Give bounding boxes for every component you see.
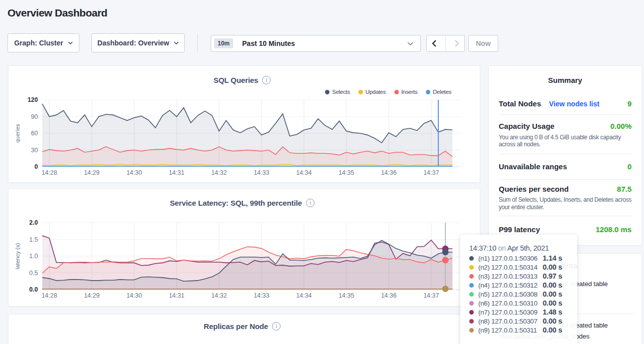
node-latency-value: 0.97 s: [543, 272, 562, 280]
node-address: (n2) 127.0.0.1:50314: [478, 264, 543, 271]
summary-label: Unavailable ranges: [499, 161, 567, 172]
node-address: (n6) 127.0.0.1:50310: [478, 300, 543, 307]
y-tick-label: 1.0: [29, 253, 38, 260]
x-tick-label: 14:32: [211, 292, 227, 299]
node-latency-value: 1.48 s: [543, 308, 562, 316]
x-tick-label: 14:35: [338, 169, 354, 176]
summary-desc: Sum of Selects, Updates, Inserts, and De…: [499, 196, 632, 210]
summary-value: 1208.0 ms: [596, 224, 632, 235]
divider: [499, 179, 632, 180]
summary-value: 0.00%: [610, 121, 632, 132]
y-tick-label: 120: [27, 96, 38, 103]
node-latency-value: 0.00 s: [543, 290, 562, 298]
tooltip-node-row: (n5) 127.0.0.1:503080.00 s: [469, 290, 577, 299]
tooltip-time: 14:37:10: [469, 244, 496, 252]
now-button[interactable]: Now: [468, 35, 498, 52]
node-color-dot: [469, 292, 474, 297]
summary-desc: You are using 0 B of 4.5 GiB usable disk…: [499, 134, 632, 148]
x-tick-label: 14:35: [338, 292, 354, 299]
y-tick-label: 0: [34, 163, 38, 170]
y-tick-label: 60: [31, 130, 38, 137]
tooltip-node-row: (n6) 127.0.0.1:503100.00 s: [469, 299, 577, 308]
node-address: (n1) 127.0.0.1:50306: [478, 255, 543, 262]
chevron-down-icon: [407, 42, 413, 45]
x-tick-label: 14:30: [126, 169, 142, 176]
chart-canvas: 030609012014:2814:2914:3014:3114:3214:33…: [8, 66, 481, 184]
x-tick-label: 14:31: [169, 292, 184, 299]
graph-dropdown[interactable]: Graph: Cluster: [7, 33, 79, 52]
dashboard-dropdown[interactable]: Dashboard: Overview: [91, 33, 185, 52]
node-latency-value: 0.00 s: [543, 326, 562, 334]
y-axis-title: queries: [14, 124, 20, 143]
x-tick-label: 14:34: [296, 292, 312, 299]
time-window-label: Past 10 Minutes: [242, 39, 403, 47]
time-window-badge: 10m: [214, 38, 233, 48]
summary-row-total-nodes: Total Nodes View nodes list 9: [499, 98, 632, 109]
x-tick-label: 14:36: [381, 292, 396, 299]
replicas-chart-card: Replicas per Node i: [8, 314, 480, 344]
chart-canvas: 0.00.51.01.52.014:2814:2914:3014:3114:32…: [8, 189, 481, 307]
tooltip-node-row: (n2) 127.0.0.1:503140.00 s: [469, 263, 577, 272]
x-tick-label: 14:37: [423, 169, 439, 176]
tooltip-on: on: [498, 244, 506, 252]
divider: [499, 154, 632, 154]
y-tick-label: 0.5: [29, 270, 38, 277]
x-tick-label: 14:32: [211, 169, 227, 176]
y-tick-label: 30: [31, 147, 38, 154]
summary-row-capacity: Capacity Usage 0.00%: [499, 121, 632, 132]
y-tick-label: 90: [31, 113, 38, 120]
tooltip-node-row: (n9) 127.0.0.1:503110.00 s: [469, 326, 577, 335]
summary-row-unavailable: Unavailable ranges 0: [499, 161, 632, 172]
tooltip-node-row: (n7) 127.0.0.1:503091.48 s: [469, 308, 577, 317]
summary-label: Total Nodes: [499, 98, 541, 109]
time-window-dropdown[interactable]: 10m Past 10 Minutes: [211, 35, 421, 52]
toolbar-divider: [197, 34, 198, 52]
x-tick-label: 14:29: [84, 292, 99, 299]
tooltip-node-row: (n1) 127.0.0.1:503061.14 s: [469, 254, 577, 263]
step-forward-button[interactable]: [450, 35, 464, 51]
node-address: (n8) 127.0.0.1:50307: [478, 318, 543, 325]
node-latency-value: 1.14 s: [543, 254, 562, 262]
tooltip-date: Apr 5th, 2021: [507, 244, 549, 252]
summary-row-p99: P99 latency 1208.0 ms: [499, 224, 632, 235]
node-address: (n3) 127.0.0.1:50313: [478, 273, 543, 280]
sql-queries-chart-card: SQL Queries i SelectsUpdatesInsertsDelet…: [8, 65, 480, 183]
divider: [499, 114, 632, 115]
x-tick-label: 14:28: [41, 292, 57, 299]
y-tick-label: 0.0: [29, 286, 38, 293]
node-address: (n4) 127.0.0.1:50312: [478, 282, 543, 289]
time-step-buttons: [426, 35, 465, 52]
summary-value: 87.5: [617, 184, 632, 195]
page-title: Overview Dashboard: [7, 7, 107, 19]
tooltip-timestamp: 14:37:10 on Apr 5th, 2021: [469, 243, 577, 253]
node-color-dot: [469, 256, 474, 261]
dashboard-dropdown-label: Dashboard: Overview: [97, 39, 169, 47]
summary-panel: Summary Total Nodes View nodes list 9 Ca…: [488, 65, 642, 246]
x-tick-label: 14:33: [254, 292, 269, 299]
x-tick-label: 14:28: [41, 169, 57, 176]
x-tick-label: 14:29: [84, 169, 99, 176]
chevron-down-icon: [68, 41, 73, 44]
node-color-dot: [469, 310, 474, 315]
x-tick-label: 14:34: [296, 169, 312, 176]
service-latency-chart-card: Service Latency: SQL, 99th percentile i …: [8, 188, 480, 307]
x-tick-label: 14:30: [126, 292, 142, 299]
summary-value: 0: [628, 161, 632, 172]
y-tick-label: 1.5: [29, 236, 38, 243]
hover-point-dot: [442, 286, 449, 292]
graph-dropdown-label: Graph: Cluster: [14, 39, 63, 47]
node-color-dot: [469, 274, 474, 279]
view-nodes-list-link[interactable]: View nodes list: [549, 98, 600, 109]
step-back-button[interactable]: [427, 35, 441, 51]
info-icon[interactable]: i: [272, 322, 281, 331]
summary-title: Summary: [499, 66, 632, 85]
x-tick-label: 14:36: [381, 169, 396, 176]
latency-hover-tooltip: 14:37:10 on Apr 5th, 2021 (n1) 127.0.0.1…: [460, 235, 577, 344]
node-address: (n9) 127.0.0.1:50311: [478, 327, 543, 334]
node-address: (n7) 127.0.0.1:50309: [478, 309, 543, 316]
x-tick-label: 14:31: [169, 169, 184, 176]
node-color-dot: [469, 319, 474, 324]
node-color-dot: [469, 283, 474, 288]
summary-row-qps: Queries per second 87.5: [499, 184, 632, 195]
node-address: (n5) 127.0.0.1:50308: [478, 291, 543, 298]
